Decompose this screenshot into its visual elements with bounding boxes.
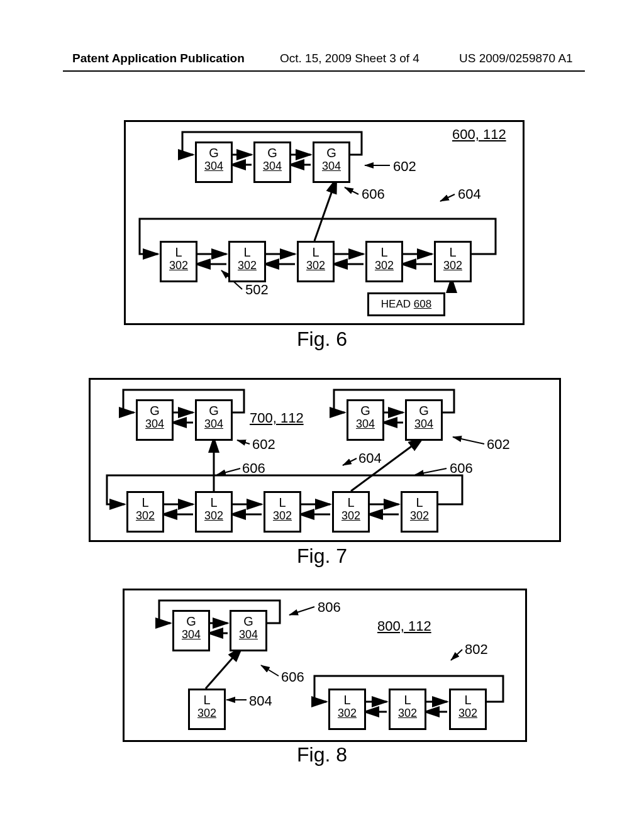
- header-rule: [63, 70, 585, 72]
- l-ref: 302: [367, 260, 401, 271]
- header-left: Patent Application Publication: [72, 52, 245, 65]
- fig6-g-2: G 304: [253, 141, 291, 183]
- fig6-g-3: G 304: [313, 141, 350, 183]
- l-label: L: [449, 245, 456, 259]
- l-label: L: [380, 245, 387, 259]
- fig7-606b: 606: [450, 460, 473, 477]
- fig8-l-1: L302: [328, 689, 366, 730]
- fig6-mainref: 600, 112: [452, 126, 506, 143]
- fig7-604: 604: [358, 450, 382, 467]
- fig7-602a: 602: [252, 436, 275, 453]
- l-ref: 302: [299, 260, 333, 271]
- fig7-mainref: 700, 112: [250, 410, 304, 426]
- fig7-l-3: L302: [264, 491, 301, 533]
- fig8-l-2: L302: [389, 689, 426, 730]
- fig8-l-3: L302: [449, 689, 487, 730]
- fig8-806: 806: [318, 599, 341, 616]
- fig6-l-4: L 302: [365, 241, 403, 282]
- l-ref: 302: [230, 260, 264, 271]
- l-ref: 302: [162, 260, 196, 271]
- g-ref: 304: [314, 160, 348, 172]
- fig6-606: 606: [362, 186, 385, 202]
- fig8-g-2: G304: [230, 610, 267, 651]
- fig6-602: 602: [393, 158, 416, 175]
- fig6-head: HEAD 608: [367, 292, 445, 316]
- fig6-g-1: G 304: [195, 141, 233, 183]
- fig7-606a: 606: [242, 460, 265, 477]
- g-ref: 304: [197, 160, 231, 172]
- header-mid: Oct. 15, 2009 Sheet 3 of 4: [280, 52, 419, 65]
- fig6-502: 502: [245, 282, 269, 298]
- fig7-g-3: G304: [347, 399, 384, 441]
- page: Patent Application Publication Oct. 15, …: [0, 0, 644, 830]
- head-label: HEAD: [381, 298, 411, 310]
- head-ref: 608: [414, 298, 431, 310]
- fig6-l-2: L 302: [228, 241, 266, 282]
- fig7-l-5: L302: [401, 491, 438, 533]
- g-ref: 304: [255, 160, 289, 172]
- fig6-caption: Fig. 6: [0, 328, 644, 351]
- fig6-l-3: L 302: [297, 241, 335, 282]
- l-label: L: [243, 245, 250, 259]
- g-label: G: [267, 146, 277, 160]
- fig7-caption: Fig. 7: [0, 545, 644, 568]
- fig8-802: 802: [465, 641, 488, 658]
- fig7-602b: 602: [487, 436, 510, 453]
- fig8-g-1: G304: [172, 610, 210, 651]
- fig8-l-iso: L302: [188, 689, 226, 730]
- fig7-l-4: L302: [332, 491, 370, 533]
- fig7-g-2: G304: [195, 399, 233, 441]
- g-label: G: [326, 146, 336, 160]
- fig7-l-2: L302: [195, 491, 233, 533]
- fig7-g-4: G304: [405, 399, 443, 441]
- fig6-l-5: L 302: [434, 241, 472, 282]
- fig8-caption: Fig. 8: [0, 743, 644, 766]
- fig6-604: 604: [458, 186, 481, 202]
- l-label: L: [312, 245, 319, 259]
- fig8-804: 804: [249, 693, 272, 709]
- fig7-l-1: L302: [126, 491, 164, 533]
- l-label: L: [175, 245, 182, 259]
- header-right: US 2009/0259870 A1: [459, 52, 573, 65]
- fig6-l-1: L 302: [160, 241, 197, 282]
- fig7-g-1: G304: [136, 399, 174, 441]
- fig8-606: 606: [281, 669, 304, 685]
- fig8-mainref: 800, 112: [377, 618, 431, 634]
- l-ref: 302: [436, 260, 470, 271]
- g-label: G: [209, 146, 219, 160]
